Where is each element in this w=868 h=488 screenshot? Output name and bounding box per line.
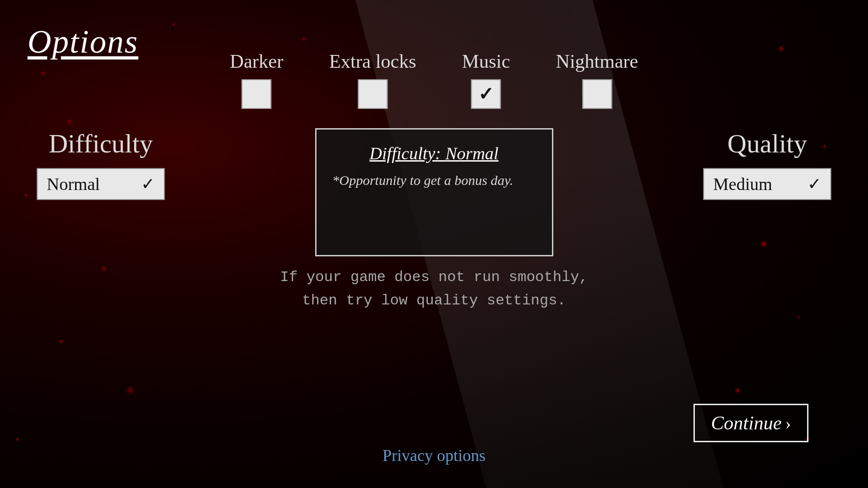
checkbox-extra-locks[interactable] [358,79,388,109]
difficulty-dropdown[interactable]: Normal ✓ [37,168,165,200]
checkbox-music[interactable] [471,79,501,109]
quality-chevron-icon: ✓ [808,174,821,194]
continue-button-label: Continue [711,412,781,434]
difficulty-title: Difficulty [49,128,153,159]
checkbox-label-darker: Darker [230,50,284,72]
checkbox-darker[interactable] [242,79,272,109]
quality-title: Quality [727,128,807,159]
checkbox-label-extra-locks: Extra locks [329,50,416,72]
checkbox-item-nightmare: Nightmare [556,50,639,109]
info-box-title: Difficulty: Normal [333,143,536,163]
checkbox-label-music: Music [462,50,510,72]
quality-tip-line2: then try low quality settings. [280,289,588,312]
checkbox-label-nightmare: Nightmare [556,50,639,72]
quality-tip: If your game does not run smoothly, then… [280,266,588,312]
info-box-description: *Opportunity to get a bonus day. [333,173,536,188]
checkbox-item-darker: Darker [230,50,284,109]
checkboxes-row: Darker Extra locks Music Nightmare [230,50,638,109]
difficulty-chevron-icon: ✓ [141,174,155,194]
difficulty-section: Difficulty Normal ✓ [37,128,165,200]
privacy-options-link[interactable]: Privacy options [382,446,486,465]
quality-tip-line1: If your game does not run smoothly, [280,266,588,289]
difficulty-value: Normal [47,174,100,194]
checkbox-item-extra-locks: Extra locks [329,50,416,109]
page-title: Options [27,23,138,61]
info-box: Difficulty: Normal *Opportunity to get a… [315,128,553,256]
quality-dropdown[interactable]: Medium ✓ [703,168,831,200]
checkbox-item-music: Music [462,50,510,109]
continue-arrow-icon: › [785,413,791,433]
quality-value: Medium [713,174,772,194]
quality-section: Quality Medium ✓ [703,128,831,200]
checkbox-nightmare[interactable] [582,79,612,109]
continue-button[interactable]: Continue › [693,404,808,442]
